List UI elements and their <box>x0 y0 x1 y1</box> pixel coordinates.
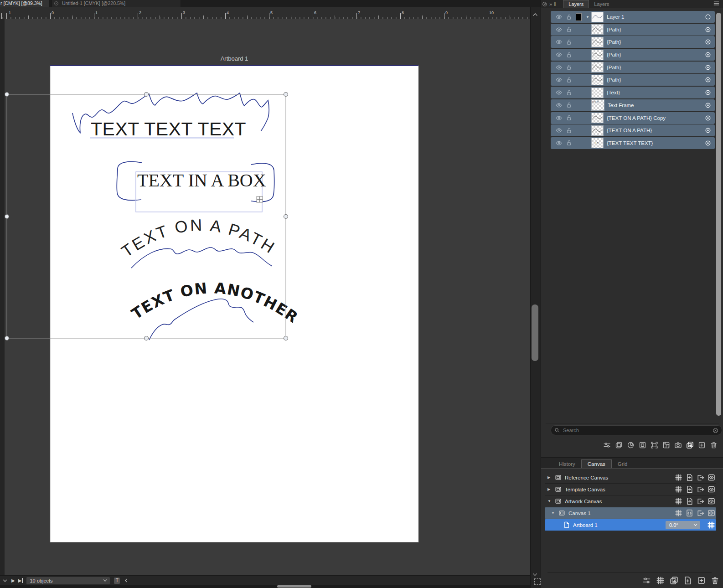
select-target-icon[interactable] <box>705 64 711 71</box>
export-icon[interactable] <box>697 474 704 481</box>
vertical-scroll-thumb[interactable] <box>532 304 538 361</box>
canvas-row[interactable]: ▶ Template Canvas <box>545 484 716 495</box>
mask-layer-icon[interactable] <box>627 441 635 449</box>
new-layer-icon[interactable] <box>698 441 706 449</box>
layer-row[interactable]: {Path} <box>551 24 715 36</box>
visibility-icon[interactable] <box>556 52 562 58</box>
layer-label[interactable]: {Path} <box>607 77 705 83</box>
layer-row[interactable]: {Path} <box>551 49 715 61</box>
select-target-icon[interactable] <box>705 140 711 146</box>
lock-icon[interactable] <box>566 115 572 121</box>
insert-target-icon[interactable]: T <box>114 578 120 584</box>
grid-icon[interactable] <box>675 509 682 517</box>
select-target-icon[interactable] <box>705 115 711 121</box>
artboard-rotation-select[interactable]: 0.0° <box>666 521 700 529</box>
select-target-icon[interactable] <box>705 127 711 134</box>
grid-icon[interactable] <box>675 474 682 481</box>
document-tab-active[interactable]: r [CMYK] [@89.3%] <box>0 0 49 7</box>
group-layers-icon[interactable] <box>639 441 646 449</box>
skip-end-icon[interactable]: ▶ <box>18 578 23 583</box>
artboard-row-selected[interactable]: Artboard 1 0.0° <box>545 519 716 531</box>
objects-dropdown[interactable]: 10 objects <box>26 577 110 584</box>
frame-resize-handle[interactable] <box>257 196 263 202</box>
visibility-icon[interactable] <box>556 14 562 20</box>
visibility-box-icon[interactable] <box>708 509 715 517</box>
visibility-icon[interactable] <box>556 39 562 45</box>
layer-label[interactable]: {TEXT ON A PATH} Copy <box>607 115 705 121</box>
lock-icon[interactable] <box>566 77 572 83</box>
new-canvas-icon[interactable] <box>670 576 678 585</box>
select-target-icon[interactable] <box>705 102 711 108</box>
vector-mask-icon[interactable] <box>662 441 670 449</box>
duplicate-layer-icon[interactable] <box>615 441 623 449</box>
close-tab-icon[interactable] <box>54 1 59 6</box>
lock-icon[interactable] <box>566 90 572 96</box>
vertical-scrollbar[interactable] <box>530 7 541 588</box>
artboard-frame-icon[interactable] <box>534 578 541 585</box>
canvas-row[interactable]: ▶ Reference Canvas <box>545 472 716 484</box>
tab-grid[interactable]: Grid <box>612 460 634 468</box>
layer-row[interactable]: ▼ Layer 1 <box>551 11 715 23</box>
select-target-icon[interactable] <box>705 77 711 83</box>
layer-label[interactable]: Text Frame <box>608 103 705 108</box>
layer-row[interactable]: {TEXT ON A PATH} <box>551 124 715 136</box>
scroll-up-icon[interactable] <box>532 11 539 18</box>
layer-thumbnail[interactable] <box>591 37 604 47</box>
expand-arrow-icon[interactable]: ▶ <box>547 475 555 480</box>
canvas-label[interactable]: Template Canvas <box>565 487 675 492</box>
back-chevron-icon[interactable] <box>123 578 129 583</box>
visibility-box-icon[interactable] <box>708 497 715 505</box>
artwork-text-plain[interactable]: TEXT TEXT TEXT <box>91 119 246 139</box>
grid-icon[interactable] <box>675 485 682 493</box>
layer-label[interactable]: {TEXT TEXT TEXT} <box>607 140 705 146</box>
tab-layers-2[interactable]: Layers <box>589 0 614 8</box>
code-page-icon[interactable] <box>686 509 693 517</box>
blend-options-icon[interactable] <box>603 441 611 449</box>
insert-frame-icon[interactable] <box>651 441 658 449</box>
lock-icon[interactable] <box>566 64 572 70</box>
visibility-icon[interactable] <box>556 26 562 33</box>
scroll-down-icon[interactable] <box>532 571 538 578</box>
layer-thumbnail[interactable] <box>591 50 604 60</box>
visibility-box-icon[interactable] <box>708 474 715 481</box>
search-input[interactable] <box>562 427 713 433</box>
lock-icon[interactable] <box>566 102 572 108</box>
visibility-icon[interactable] <box>556 140 562 146</box>
play-icon[interactable]: ▶ <box>11 578 15 583</box>
layer-thumbnail[interactable] <box>591 125 604 136</box>
expand-arrow-icon[interactable]: ▶ <box>547 487 555 491</box>
visibility-box-icon[interactable] <box>708 485 715 493</box>
tab-canvas[interactable]: Canvas <box>581 459 612 468</box>
collapse-panel-icon[interactable]: » <box>549 1 552 7</box>
layer-label[interactable]: {Path} <box>607 39 705 45</box>
export-icon[interactable] <box>697 497 704 505</box>
layer-thumbnail[interactable] <box>591 113 604 123</box>
clear-search-icon[interactable] <box>713 428 718 433</box>
layer-row[interactable]: {TEXT ON A PATH} Copy <box>551 112 715 124</box>
layer-label[interactable]: {Path} <box>607 52 705 57</box>
canvas-viewport[interactable]: Artboard 1 TEXT TEXT TEXT TEXT IN A BOX <box>5 19 530 575</box>
visibility-icon[interactable] <box>556 102 562 108</box>
visibility-icon[interactable] <box>556 115 562 121</box>
layers-scroll-thumb[interactable] <box>716 13 721 416</box>
close-panel-icon[interactable] <box>542 1 547 7</box>
collapse-arrow-icon[interactable]: ▼ <box>547 499 555 503</box>
new-page-icon[interactable] <box>683 576 692 585</box>
tab-layers[interactable]: Layers <box>563 0 589 8</box>
layer-thumbnail[interactable] <box>591 75 604 85</box>
expand-arrow-icon[interactable]: ▼ <box>586 15 591 19</box>
artwork-text-box[interactable]: TEXT IN A BOX <box>137 170 266 191</box>
lock-icon[interactable] <box>566 14 572 20</box>
tab-history[interactable]: History <box>553 460 581 468</box>
panel-menu-icon[interactable] <box>713 0 720 7</box>
document-tab-inactive[interactable]: Untitled-1 [CMYK] [@220.5%] <box>52 0 181 7</box>
layer-thumbnail[interactable] <box>591 88 604 98</box>
visibility-icon[interactable] <box>556 89 562 96</box>
layer-thumbnail[interactable] <box>591 62 604 72</box>
layer-row[interactable]: {Path} <box>551 62 715 73</box>
select-target-icon[interactable] <box>705 52 711 58</box>
horizontal-scroll-thumb[interactable] <box>277 585 311 588</box>
visibility-icon[interactable] <box>556 127 562 134</box>
layer-row[interactable]: {Path} <box>551 74 715 86</box>
grid-icon[interactable] <box>707 521 715 529</box>
